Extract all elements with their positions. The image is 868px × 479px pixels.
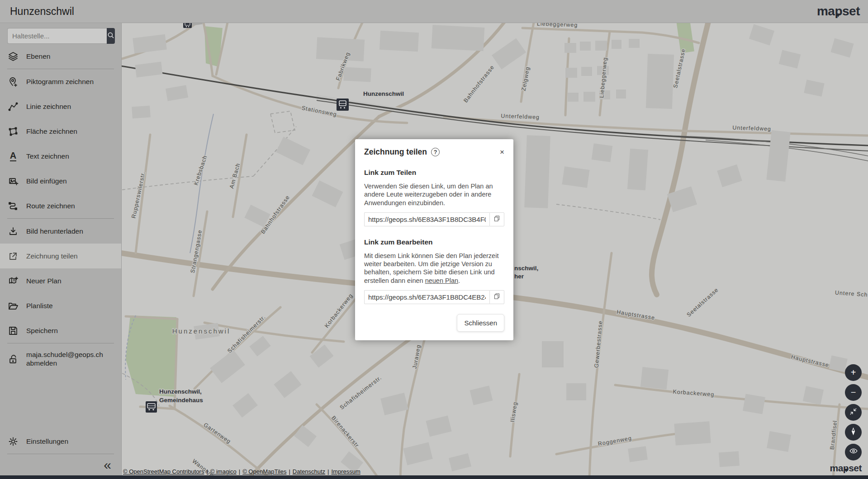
map-label: Seetalstrasse — [686, 286, 720, 318]
map-label: Hauptstrasse — [791, 354, 830, 369]
copy-edit-link-button[interactable] — [489, 290, 504, 304]
attribution-link-openmaptiles[interactable]: © OpenMapTiles — [242, 468, 286, 475]
new-map-icon — [7, 275, 19, 287]
sidebar-collapse-row: « — [0, 454, 121, 475]
layers-icon — [7, 51, 19, 62]
visibility-button[interactable] — [845, 444, 862, 460]
map-label: Gewerbestrasse — [593, 320, 603, 368]
minus-icon: − — [851, 387, 856, 398]
copy-icon — [493, 215, 500, 223]
north-arrow-icon — [849, 427, 858, 438]
map-label: Unterfeldweg — [732, 125, 771, 132]
map-label: Korbackerweg — [673, 389, 715, 398]
sidebar-item-logout[interactable]: maja.schudel@geops.ch abmelden — [0, 343, 121, 375]
attribution-link-imagico[interactable]: © imagico — [210, 468, 237, 475]
copy-share-link-button[interactable] — [489, 212, 504, 226]
sidebar-item-bild-einfuegen[interactable]: Bild einfügen — [0, 169, 121, 193]
map-label: Untere Sch — [835, 289, 868, 298]
station-icon — [337, 99, 349, 111]
copy-icon — [493, 293, 500, 301]
map-controls: + − — [845, 364, 862, 460]
map-label: Birenackerstr — [330, 415, 360, 449]
map-label: Gemeindehaus — [159, 397, 203, 404]
search-row — [7, 28, 114, 44]
sidebar-item-speichern[interactable]: Speichern — [0, 318, 121, 343]
map-attribution: © OpenStreetMap Contributors|© imagico|©… — [123, 468, 360, 475]
map-label: Zelgweg — [520, 66, 531, 91]
collapse-sidebar-icon[interactable]: « — [104, 458, 111, 472]
plus-icon: + — [851, 367, 856, 378]
help-icon[interactable]: ? — [431, 148, 440, 156]
sidebar-item-ebenen[interactable]: Ebenen — [0, 44, 121, 69]
text-icon: A — [7, 150, 19, 162]
map-label: Unterfeldweg — [501, 113, 540, 121]
edit-link-input[interactable] — [364, 290, 489, 304]
edit-link-heading: Link zum Bearbeiten — [364, 238, 504, 246]
sidebar-item-zeichnung-teilen[interactable]: Zeichnung teilen — [0, 244, 121, 268]
attribution-link-datenschutz[interactable]: Datenschutz — [293, 468, 325, 475]
schliessen-button[interactable]: Schliessen — [457, 314, 504, 332]
map-label: Stationsweg — [301, 105, 337, 118]
map-label: Bahnhofstrasse — [462, 64, 495, 103]
header-bar: Hunzenschwil mapset — [0, 0, 868, 23]
edit-link-description: Mit diesem Link können Sie den Plan jede… — [364, 252, 504, 285]
gear-icon — [7, 436, 19, 447]
polygon-icon — [7, 126, 19, 137]
sidebar-item-piktogramm-zeichnen[interactable]: Piktogramm zeichnen — [0, 69, 121, 94]
mapset-logo: mapset — [817, 4, 860, 19]
download-icon — [7, 225, 19, 237]
attribution-link-osm[interactable]: © OpenStreetMap Contributors — [123, 468, 204, 475]
share-icon — [7, 250, 19, 262]
attribution-link-impressum[interactable]: Impressum — [331, 468, 360, 475]
map-label: Ilisweg — [509, 401, 518, 423]
close-icon[interactable]: × — [500, 148, 504, 156]
sidebar-item-planliste[interactable]: Planliste — [0, 293, 121, 318]
map-label: Seetalstrasse — [672, 48, 687, 89]
sidebar-item-route-zeichnen[interactable]: Route zeichnen — [0, 193, 121, 218]
page-title: Hunzenschwil — [10, 5, 74, 18]
north-arrow-button[interactable] — [845, 424, 862, 441]
map-label: Schafisheimerstr. — [339, 375, 383, 411]
share-link-heading: Link zum Teilen — [364, 169, 504, 177]
new-plan-link[interactable]: neuen Plan — [425, 277, 458, 284]
save-icon — [7, 325, 19, 337]
sidebar-item-einstellungen[interactable]: Einstellungen — [0, 429, 121, 454]
bus-stop-icon — [146, 401, 157, 413]
mapset-logo-small: mapset — [830, 463, 862, 474]
search-icon — [107, 31, 115, 41]
search-button[interactable] — [107, 28, 115, 44]
sidebar-item-neuer-plan[interactable]: Neuer Plan — [0, 268, 121, 293]
fit-extent-button[interactable] — [845, 404, 862, 421]
map-label: Korbackerweg — [323, 292, 354, 329]
dialog-title: Zeichnung teilen — [364, 147, 427, 157]
map-label: Rupperswilerstr. — [130, 171, 147, 219]
search-input[interactable] — [7, 28, 107, 44]
route-icon — [7, 200, 19, 212]
sidebar: Ebenen Piktogramm zeichnen Linie zeichne… — [0, 23, 122, 479]
sidebar-item-text-zeichnen[interactable]: A Text zeichnen — [0, 144, 121, 169]
polyline-icon — [7, 101, 19, 113]
sidebar-item-bild-herunterladen[interactable]: Bild herunterladen — [0, 219, 121, 244]
lock-open-icon — [7, 353, 19, 365]
zoom-in-button[interactable]: + — [845, 364, 862, 381]
image-plus-icon — [7, 175, 19, 187]
share-link-input[interactable] — [364, 212, 489, 226]
pin-plus-icon — [7, 76, 19, 88]
map-label: Hunzenschwil, — [159, 388, 202, 395]
sidebar-item-flaeche-zeichnen[interactable]: Fläche zeichnen — [0, 119, 121, 144]
fit-extent-icon — [849, 407, 858, 418]
bottom-strip — [0, 475, 868, 479]
sidebar-item-linie-zeichnen[interactable]: Linie zeichnen — [0, 94, 121, 119]
zoom-out-button[interactable]: − — [845, 384, 862, 401]
map-label: Roggenweg — [598, 435, 632, 447]
map-label: Hunzenschwil — [172, 327, 231, 335]
share-link-description: Verwenden Sie diesen Link, um den Plan a… — [364, 182, 504, 207]
eye-icon — [849, 446, 858, 458]
map-label: her — [514, 273, 524, 280]
share-dialog: Zeichnung teilen ? × Link zum Teilen Ver… — [355, 139, 513, 340]
map-label: Hunzenschwil — [363, 90, 404, 97]
map-label: Gartenweg — [203, 422, 232, 445]
map-label: nschwil, — [514, 265, 538, 272]
folder-open-icon — [7, 300, 19, 312]
